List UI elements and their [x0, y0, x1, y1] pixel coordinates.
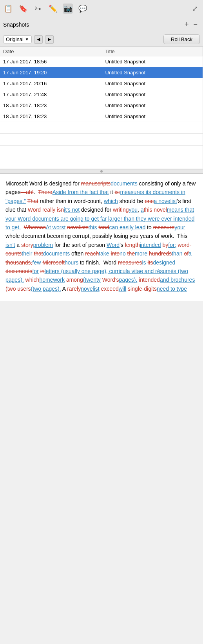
del-ah: —ah! [20, 189, 33, 195]
ins-you: you [129, 207, 138, 213]
col-header-title: Title [102, 47, 203, 56]
ins-this: this [89, 224, 97, 230]
ins-their: their [22, 250, 32, 257]
empty-row [0, 157, 203, 169]
del-novel: novel [154, 207, 167, 213]
snapshot-date: 17 Jun 2017, 20:16 [0, 78, 102, 89]
version-label: Original [6, 36, 24, 42]
del-the: the [127, 250, 135, 257]
toolbar: 📋 🔖 🗝 ✏️ 📷 💬 ⤢ [0, 0, 203, 17]
del-intended: intended [139, 277, 160, 283]
table-row[interactable]: 17 Jun 2017, 21:48Untitled Snapshot [0, 89, 203, 100]
scroll-indicator [100, 170, 103, 173]
table-row[interactable]: 17 Jun 2017, 18:56Untitled Snapshot [0, 56, 203, 67]
del-is: is: [114, 189, 120, 195]
del-novelists: novelists [67, 224, 88, 230]
ins-word: Word [107, 242, 120, 248]
ins-a-novelist: a novelist [154, 198, 177, 204]
del-among: among [66, 277, 83, 283]
empty-row [0, 122, 203, 134]
del-microsoft: Microsoft [42, 259, 65, 266]
document-area: Microsoft Word is designed for manuscrip… [0, 174, 203, 301]
snapshot-date: 17 Jun 2017, 21:48 [0, 89, 102, 100]
bookmark-icon[interactable]: 🔖 [18, 4, 28, 14]
ins-twenty: (twenty [83, 277, 101, 283]
del-documents: documents [5, 268, 32, 274]
prev-button[interactable]: ◀ [34, 35, 43, 44]
del-words-pages: Word's [102, 277, 119, 283]
ins-need-to-type: need to type [157, 286, 187, 292]
snapshot-title: Untitled Snapshot [102, 89, 203, 100]
del-measures: measures [118, 259, 142, 266]
snapshot-title: Untitled Snapshot [102, 56, 203, 67]
del-in: in [40, 268, 45, 274]
ins-will: will [119, 286, 126, 292]
del-of: of [184, 250, 188, 257]
del-story: story [21, 242, 33, 248]
ins-novelist: novelist [81, 286, 99, 292]
snapshot-title: Untitled Snapshot [102, 100, 203, 111]
del-length: length [125, 242, 140, 248]
del-thousands: thousands, [5, 259, 33, 266]
del-exceed: exceed [101, 286, 119, 292]
notes-icon[interactable]: 📋 [3, 4, 13, 14]
snapshot-date: 17 Jun 2017, 18:56 [0, 56, 102, 67]
snapshot-date: 17 Jun 2017, 19:20 [0, 67, 102, 78]
camera-icon[interactable]: 📷 [63, 4, 73, 14]
ins-two-pages: (two pages). [31, 286, 61, 292]
del-into: into [111, 250, 120, 257]
version-selector[interactable]: Original ▼ [3, 35, 32, 43]
doc-paragraph-1: Microsoft Word is designed for manuscrip… [5, 179, 198, 293]
del-tend: tend [98, 224, 109, 230]
ins-for: for [32, 268, 38, 274]
snapshot-date: 18 Jun 2017, 18:23 [0, 100, 102, 111]
del-one: one [145, 198, 154, 204]
empty-row [0, 134, 203, 146]
pen-icon[interactable]: ✏️ [48, 4, 58, 14]
remove-snapshot-button[interactable]: − [191, 20, 200, 29]
ins-a: a [188, 250, 192, 257]
rollback-button[interactable]: Roll Back [163, 34, 200, 44]
controls-bar: Original ▼ ◀ ▶ Roll Back [0, 32, 203, 47]
snapshot-title: Untitled Snapshot [102, 67, 203, 78]
del-writing: writing [113, 207, 129, 213]
ins-your: your [174, 224, 185, 230]
ins-designed: designed [153, 259, 175, 266]
scroll-divider [0, 169, 203, 174]
snapshot-title: Untitled Snapshot [102, 111, 203, 122]
ins-no: no [120, 250, 126, 257]
col-header-date: Date [0, 47, 102, 56]
fullscreen-icon[interactable]: ⤢ [190, 4, 200, 14]
ins-which: which [104, 198, 118, 204]
del-its: its [147, 259, 153, 266]
ins-its-not: it's not [64, 207, 80, 213]
next-button[interactable]: ▶ [45, 35, 54, 44]
ins-and-brochures: and brochures [160, 277, 195, 283]
del-rarely: rarely [67, 286, 81, 292]
del-that: that [34, 250, 43, 257]
empty-row [0, 146, 203, 157]
del-manuscripts: manuscripts [81, 180, 111, 187]
snapshots-title: Snapshots [3, 22, 182, 28]
ins-more: more [135, 250, 147, 257]
table-row[interactable]: 17 Jun 2017, 19:20Untitled Snapshot [0, 67, 203, 78]
del-that: That [27, 198, 38, 204]
del-measure: measure [153, 224, 174, 230]
comment-icon[interactable]: 💬 [78, 4, 88, 14]
table-row[interactable]: 17 Jun 2017, 20:16Untitled Snapshot [0, 78, 203, 89]
del-by: by [162, 242, 168, 248]
del-this: this [144, 207, 152, 213]
ins-documents: documents [111, 180, 137, 187]
ins-documents: documents [43, 250, 70, 257]
chevron-down-icon: ▼ [25, 37, 29, 41]
ins-for: for; [168, 242, 176, 248]
add-snapshot-button[interactable]: + [182, 20, 191, 29]
key-icon[interactable]: 🗝 [33, 4, 43, 14]
ins-hours: hours [65, 259, 78, 266]
snapshot-title: Untitled Snapshot [102, 78, 203, 89]
del-there: There [38, 189, 53, 195]
table-row[interactable]: 18 Jun 2017, 18:23Untitled Snapshot [0, 100, 203, 111]
table-row[interactable]: 18 Jun 2017, 18:23Untitled Snapshot [0, 111, 203, 122]
ins-intended: intended [140, 242, 161, 248]
ins-at-worst: At worst [46, 224, 66, 230]
